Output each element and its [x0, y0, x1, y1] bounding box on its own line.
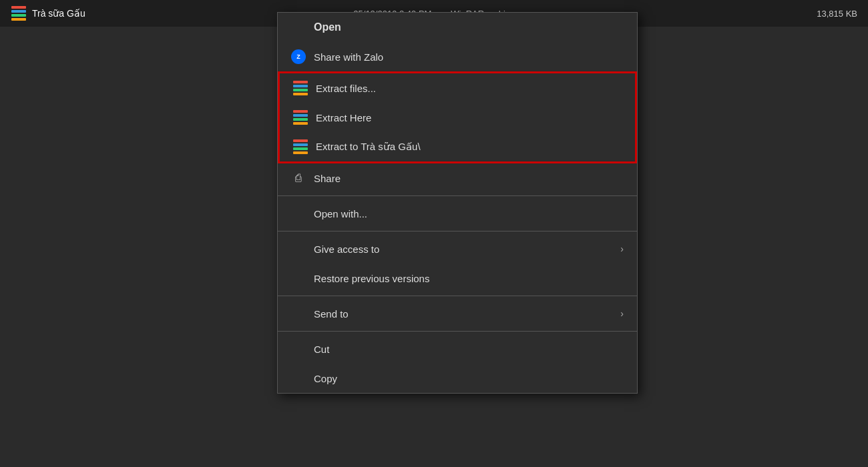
extract-group: Extract files... Extract Here Extract to… [278, 71, 637, 163]
separator-2 [278, 231, 637, 231]
give-access-label: Give access to [314, 244, 612, 255]
menu-item-extract-to[interactable]: Extract to Trà sữa Gấu\ [280, 132, 635, 161]
give-access-icon [291, 242, 306, 256]
menu-item-extract-files[interactable]: Extract files... [280, 73, 635, 103]
file-size-area: 13,815 KB [817, 9, 857, 19]
window-title: Trà sữa Gấu [32, 8, 85, 19]
extract-here-icon [293, 110, 308, 125]
menu-item-cut[interactable]: Cut [278, 334, 637, 364]
separator-4 [278, 331, 637, 332]
open-label: Open [314, 21, 624, 33]
context-menu: Open Z Share with Zalo Extract files... [277, 12, 638, 394]
menu-item-open-with[interactable]: Open with... [278, 199, 637, 228]
zalo-icon: Z [291, 49, 306, 64]
window-title-area: Trà sữa Gấu [11, 5, 85, 21]
share-zalo-label: Share with Zalo [314, 51, 624, 63]
cut-label: Cut [314, 344, 624, 355]
extract-files-icon [293, 81, 308, 95]
menu-item-copy[interactable]: Copy [278, 364, 637, 393]
extract-files-label: Extract files... [316, 83, 622, 94]
menu-item-send-to[interactable]: Send to › [278, 299, 637, 328]
file-size: 13,815 KB [817, 9, 857, 19]
copy-label: Copy [314, 373, 624, 384]
menu-item-share[interactable]: ⎙ Share [278, 163, 637, 193]
open-with-label: Open with... [314, 208, 624, 219]
give-access-arrow: › [620, 244, 624, 254]
send-to-label: Send to [314, 308, 612, 320]
extract-to-icon [293, 139, 308, 154]
open-with-icon [291, 206, 306, 221]
share-icon: ⎙ [291, 171, 306, 185]
separator-3 [278, 296, 637, 296]
winrar-icon [11, 5, 27, 21]
send-to-arrow: › [620, 308, 624, 319]
copy-icon [291, 371, 306, 386]
separator-1 [278, 195, 637, 196]
open-icon [291, 20, 306, 35]
share-label: Share [314, 173, 624, 184]
restore-label: Restore previous versions [314, 273, 624, 284]
extract-here-label: Extract Here [316, 112, 622, 123]
menu-item-extract-here[interactable]: Extract Here [280, 103, 635, 132]
menu-item-give-access[interactable]: Give access to › [278, 234, 637, 264]
menu-item-restore[interactable]: Restore previous versions [278, 264, 637, 293]
menu-item-open[interactable]: Open [278, 13, 637, 42]
menu-item-share-zalo[interactable]: Z Share with Zalo [278, 42, 637, 71]
restore-icon [291, 271, 306, 286]
cut-icon [291, 342, 306, 356]
send-to-icon [291, 306, 306, 321]
extract-to-label: Extract to Trà sữa Gấu\ [316, 141, 622, 153]
